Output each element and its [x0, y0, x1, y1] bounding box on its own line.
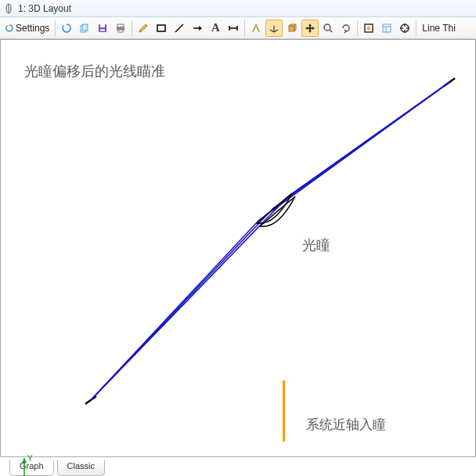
svg-rect-6: [100, 29, 105, 31]
svg-point-16: [255, 23, 258, 26]
svg-rect-25: [383, 24, 391, 32]
toolbar: Settings A Line Thi: [0, 17, 476, 39]
zoom-tool[interactable]: [319, 20, 337, 37]
legend-bar: [283, 380, 285, 442]
separator: [244, 20, 245, 36]
settings-label: Settings: [16, 23, 49, 34]
title-bar: 1: 3D Layout: [0, 0, 476, 17]
diagram-title: 光瞳偏移后的光线瞄准: [24, 62, 165, 81]
rectangle-tool[interactable]: [153, 20, 170, 37]
y-axis-label: Y: [27, 454, 33, 463]
refresh-icon: [5, 24, 13, 32]
separator: [132, 20, 132, 36]
svg-rect-24: [367, 27, 370, 30]
dimension-tool[interactable]: [225, 20, 242, 37]
svg-line-22: [330, 30, 332, 32]
separator: [357, 20, 358, 36]
settings-dropdown[interactable]: Settings: [2, 20, 52, 37]
line-thickness-label: Line Thi: [419, 23, 458, 34]
line-tool[interactable]: [171, 20, 188, 37]
refresh-button[interactable]: [58, 20, 75, 37]
copy-button[interactable]: [76, 20, 93, 37]
cube-tool[interactable]: [283, 20, 301, 37]
print-button[interactable]: [112, 20, 129, 37]
text-tool[interactable]: A: [207, 20, 224, 37]
svg-line-11: [175, 24, 183, 32]
app-icon: [3, 3, 14, 14]
arrow-tool[interactable]: [189, 20, 206, 37]
separator: [55, 20, 56, 36]
pupil-label: 光瞳: [302, 236, 330, 254]
ray-diagram: [1, 40, 475, 456]
viewport[interactable]: 光瞳偏移后的光线瞄准 光瞳 系统近轴入瞳 Y Z: [0, 39, 476, 457]
rotate-tool[interactable]: [337, 20, 355, 37]
svg-line-19: [274, 30, 278, 32]
tab-classic[interactable]: Classic: [57, 460, 105, 476]
pencil-tool[interactable]: [135, 20, 152, 37]
drafting-tool[interactable]: [247, 20, 265, 37]
svg-rect-3: [82, 24, 88, 31]
move-tool[interactable]: [301, 20, 319, 37]
legend-label: 系统近轴入瞳: [306, 416, 386, 434]
tab-bar: Graph Classic: [0, 457, 476, 476]
window-layout-button[interactable]: [378, 20, 395, 37]
axes-tool[interactable]: [265, 20, 283, 37]
svg-rect-20: [289, 26, 294, 31]
svg-rect-5: [100, 24, 105, 27]
fit-view-button[interactable]: [360, 20, 377, 37]
target-tool[interactable]: [396, 20, 413, 37]
window-title: 1: 3D Layout: [18, 3, 71, 14]
svg-rect-10: [157, 25, 165, 31]
svg-line-18: [270, 30, 274, 32]
separator: [416, 20, 416, 36]
svg-rect-9: [118, 30, 123, 32]
svg-point-21: [324, 24, 330, 31]
save-button[interactable]: [94, 20, 111, 37]
